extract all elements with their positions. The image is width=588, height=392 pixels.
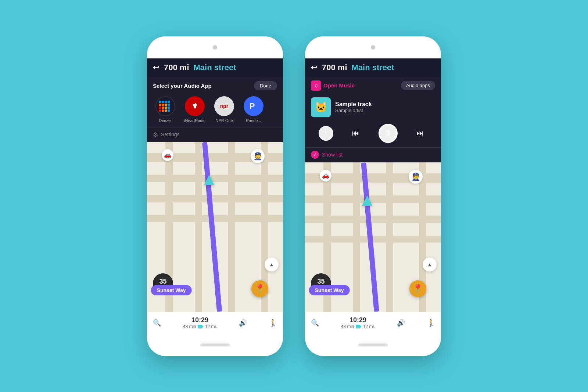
status-bar-right: 🔍 10:29 48 min 12 mi. 🔊 🚶 bbox=[305, 312, 441, 334]
chevron-up-icon-left: ▲ bbox=[269, 262, 274, 267]
distance-text-left: 12 mi. bbox=[205, 324, 217, 329]
svg-rect-13 bbox=[162, 109, 164, 112]
show-list-badge: ✓ bbox=[311, 151, 319, 159]
road-v2r bbox=[353, 162, 360, 312]
camera-right bbox=[371, 45, 375, 50]
nav-distance-right: 700 mi bbox=[322, 63, 347, 72]
show-list-label: Show list bbox=[322, 152, 343, 158]
svg-text:npr: npr bbox=[220, 103, 229, 109]
svg-rect-3 bbox=[168, 101, 170, 103]
road-v3r bbox=[386, 162, 393, 312]
phone-bottom-bar-left bbox=[147, 334, 283, 356]
screen-left: ↪ 700 mi Main street Select your Audio A… bbox=[147, 58, 283, 334]
prev-track-button[interactable]: ⏮ bbox=[348, 126, 363, 141]
music-panel: ♫ Open Music Audio apps 🐱 Sample track S… bbox=[305, 77, 441, 162]
svg-rect-8 bbox=[159, 107, 161, 109]
search-icon-right[interactable]: 🔍 bbox=[311, 319, 319, 327]
street-label-left: Sunset Way bbox=[151, 285, 192, 295]
svg-rect-14 bbox=[165, 109, 167, 112]
svg-rect-9 bbox=[162, 107, 164, 109]
svg-rect-18 bbox=[194, 104, 195, 108]
audio-app-pandora[interactable]: P Pando... bbox=[239, 96, 268, 123]
home-indicator-left[interactable] bbox=[200, 344, 230, 346]
glasses-icon-right: 🚗 bbox=[320, 170, 331, 181]
done-button[interactable]: Done bbox=[254, 81, 277, 90]
svg-rect-7 bbox=[168, 104, 170, 106]
distance-text-right: 12 mi. bbox=[363, 324, 375, 329]
svg-rect-19 bbox=[195, 103, 196, 108]
phone-top-bar-right bbox=[305, 36, 441, 58]
svg-rect-2 bbox=[165, 101, 167, 103]
now-playing-row: 🐱 Sample track Sample artist bbox=[305, 94, 441, 122]
screen-right: ↪ 700 mi Main street ♫ Open Music Audio … bbox=[305, 58, 441, 334]
volume-icon-right[interactable]: 🔊 bbox=[397, 319, 405, 327]
track-info: Sample track Sample artist bbox=[335, 101, 435, 113]
eta-arrow-left bbox=[198, 325, 204, 328]
iheart-label: iHeartRadio bbox=[184, 118, 205, 123]
chevron-up-icon-right: ▲ bbox=[427, 262, 432, 267]
audio-app-deezer[interactable]: Deezer bbox=[151, 96, 180, 123]
volume-icon-left[interactable]: 🔊 bbox=[239, 319, 247, 327]
route-line bbox=[202, 142, 222, 312]
npr-icon: npr bbox=[214, 96, 234, 116]
player-controls: + ⏮ ⏸ ⏭ bbox=[305, 122, 441, 147]
status-center-left: 10:29 48 min 12 mi. bbox=[183, 316, 217, 329]
location-pin-left: 📍 bbox=[251, 280, 268, 297]
audio-apps-row: Deezer ♥ iHeartRadio bbox=[147, 93, 283, 127]
person-icon-right[interactable]: 🚶 bbox=[427, 319, 435, 327]
eta-text-right: 48 min bbox=[341, 324, 354, 329]
add-to-list-button[interactable]: + bbox=[319, 126, 333, 141]
audio-panel: Select your Audio App Done bbox=[147, 77, 283, 142]
svg-rect-1 bbox=[162, 101, 164, 103]
track-name: Sample track bbox=[335, 101, 435, 108]
svg-rect-15 bbox=[168, 109, 170, 112]
svg-rect-4 bbox=[159, 104, 161, 106]
collapse-button-right[interactable]: ▲ bbox=[423, 258, 437, 271]
audio-apps-button[interactable]: Audio apps bbox=[401, 81, 435, 90]
location-pin-right: 📍 bbox=[409, 280, 426, 297]
search-icon-left[interactable]: 🔍 bbox=[153, 319, 161, 327]
music-badge-icon: ♫ bbox=[311, 80, 321, 91]
speed-number-left: 35 bbox=[159, 278, 166, 285]
show-list-row[interactable]: ✓ Show list bbox=[305, 147, 441, 162]
settings-gear-icon: ⚙ bbox=[153, 131, 158, 138]
pandora-icon: P bbox=[244, 96, 263, 116]
nav-header-right: ↪ 700 mi Main street bbox=[305, 58, 441, 77]
camera-left bbox=[213, 45, 217, 50]
person-icon-left[interactable]: 🚶 bbox=[269, 319, 277, 327]
eta-text-left: 48 min bbox=[183, 324, 196, 329]
audio-panel-header: Select your Audio App Done bbox=[147, 77, 283, 93]
eta-right: 48 min 12 mi. bbox=[341, 324, 375, 329]
pandora-label: Pando... bbox=[246, 118, 261, 123]
nav-arrow-icon-right: ↪ bbox=[311, 63, 318, 72]
next-track-button[interactable]: ⏭ bbox=[413, 126, 427, 141]
svg-rect-6 bbox=[165, 104, 167, 106]
album-art: 🐱 bbox=[311, 97, 331, 117]
status-bar-left: 🔍 10:29 48 min 12 mi. 🔊 🚶 bbox=[147, 312, 283, 334]
nav-cursor-right bbox=[362, 195, 372, 206]
eta-arrow-right bbox=[356, 325, 362, 328]
nav-header-left: ↪ 700 mi Main street bbox=[147, 58, 283, 77]
audio-app-iheart[interactable]: ♥ iHeartRadio bbox=[180, 96, 209, 123]
phone-right: ↪ 700 mi Main street ♫ Open Music Audio … bbox=[305, 36, 441, 356]
pause-button[interactable]: ⏸ bbox=[379, 124, 398, 143]
audio-app-npr[interactable]: npr NPR One bbox=[209, 96, 239, 123]
street-label-right: Sunset Way bbox=[309, 285, 350, 295]
time-right: 10:29 bbox=[341, 316, 375, 324]
settings-row[interactable]: ⚙ Settings bbox=[147, 127, 283, 142]
npr-label: NPR One bbox=[215, 118, 233, 123]
map-left: 👮 🚗 35 mph 📍 Sunset Way ▲ bbox=[147, 142, 283, 312]
svg-rect-11 bbox=[168, 107, 170, 109]
open-music-button[interactable]: ♫ Open Music bbox=[311, 80, 355, 91]
nav-cursor bbox=[204, 175, 214, 185]
nav-street-right: Main street bbox=[352, 63, 394, 72]
time-left: 10:29 bbox=[183, 316, 217, 324]
home-indicator-right[interactable] bbox=[358, 344, 388, 346]
collapse-button-left[interactable]: ▲ bbox=[265, 258, 279, 271]
road-v2 bbox=[195, 142, 202, 312]
map-right: 👮 🚗 35 mph 📍 Sunset Way ▲ bbox=[305, 162, 441, 312]
police-icon: 👮 bbox=[251, 149, 265, 163]
police-icon-right: 👮 bbox=[409, 170, 423, 184]
svg-rect-10 bbox=[165, 107, 167, 109]
road-v3 bbox=[228, 142, 235, 312]
